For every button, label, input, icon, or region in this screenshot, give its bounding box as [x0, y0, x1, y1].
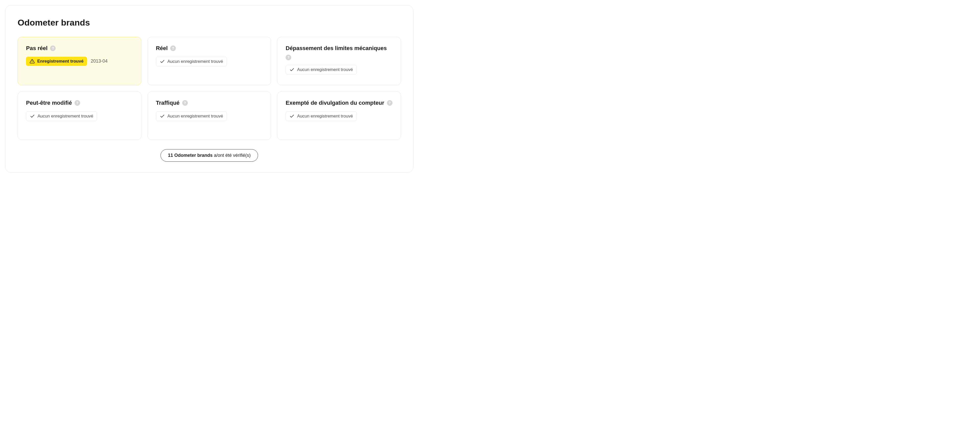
help-icon[interactable]: ? — [286, 55, 291, 60]
card-title-row: Réel ? — [156, 45, 263, 52]
status-badge-found: Enregistrement trouvé — [26, 57, 87, 66]
status-text: Aucun enregistrement trouvé — [38, 114, 93, 119]
help-icon[interactable]: ? — [387, 100, 393, 106]
check-icon — [160, 114, 165, 119]
section-title: Odometer brands — [18, 18, 401, 27]
card-traffique: Traffiqué ? Aucun enregistrement trouvé — [148, 91, 271, 140]
check-icon — [30, 114, 35, 119]
status-row: Aucun enregistrement trouvé — [26, 112, 133, 121]
card-peut-etre-modifie: Peut-être modifié ? Aucun enregistrement… — [18, 91, 142, 140]
footer-count: 11 Odometer brands — [168, 153, 213, 158]
card-title: Peut-être modifié — [26, 99, 72, 107]
alert-triangle-icon — [30, 59, 35, 64]
footer-row: 11 Odometer brands a/ont été vérifié(s) — [18, 149, 401, 162]
help-icon[interactable]: ? — [170, 45, 176, 51]
card-title: Traffiqué — [156, 99, 180, 107]
check-icon — [160, 59, 165, 64]
card-title: Dépassement des limites mécaniques — [286, 45, 387, 52]
card-reel: Réel ? Aucun enregistrement trouvé — [148, 37, 271, 85]
status-row: Aucun enregistrement trouvé — [286, 65, 393, 75]
footer-suffix: a/ont été vérifié(s) — [214, 153, 251, 158]
help-icon[interactable]: ? — [50, 45, 56, 51]
card-title-row: Pas réel ? — [26, 45, 133, 52]
status-text: Aucun enregistrement trouvé — [167, 59, 223, 64]
status-date: 2013-04 — [91, 59, 107, 64]
card-title-row: Dépassement des limites mécaniques ? — [286, 45, 393, 60]
status-badge-none: Aucun enregistrement trouvé — [286, 112, 356, 121]
status-text: Aucun enregistrement trouvé — [297, 67, 353, 72]
cards-grid: Pas réel ? Enregistrement trouvé 2013-04… — [18, 37, 401, 140]
card-title-row: Traffiqué ? — [156, 99, 263, 107]
status-text: Enregistrement trouvé — [37, 59, 83, 64]
status-badge-none: Aucun enregistrement trouvé — [286, 65, 356, 75]
help-icon[interactable]: ? — [75, 100, 80, 106]
status-row: Aucun enregistrement trouvé — [156, 57, 263, 66]
card-title: Pas réel — [26, 45, 48, 52]
check-icon — [290, 114, 294, 119]
status-text: Aucun enregistrement trouvé — [167, 114, 223, 119]
card-pas-reel: Pas réel ? Enregistrement trouvé 2013-04 — [18, 37, 142, 85]
odometer-brands-section: Odometer brands Pas réel ? Enregistremen… — [5, 5, 414, 173]
status-badge-none: Aucun enregistrement trouvé — [156, 57, 227, 66]
status-badge-none: Aucun enregistrement trouvé — [156, 112, 227, 121]
status-text: Aucun enregistrement trouvé — [297, 114, 353, 119]
footer-verification-badge: 11 Odometer brands a/ont été vérifié(s) — [161, 149, 258, 162]
card-title-row: Peut-être modifié ? — [26, 99, 133, 107]
status-row: Enregistrement trouvé 2013-04 — [26, 57, 133, 66]
card-title: Exempté de divulgation du compteur — [286, 99, 384, 107]
card-title: Réel — [156, 45, 168, 52]
card-depassement: Dépassement des limites mécaniques ? Auc… — [277, 37, 401, 85]
card-title-row: Exempté de divulgation du compteur ? — [286, 99, 393, 107]
check-icon — [290, 67, 294, 72]
help-icon[interactable]: ? — [182, 100, 188, 106]
card-exempte: Exempté de divulgation du compteur ? Auc… — [277, 91, 401, 140]
status-row: Aucun enregistrement trouvé — [156, 112, 263, 121]
status-row: Aucun enregistrement trouvé — [286, 112, 393, 121]
status-badge-none: Aucun enregistrement trouvé — [26, 112, 97, 121]
